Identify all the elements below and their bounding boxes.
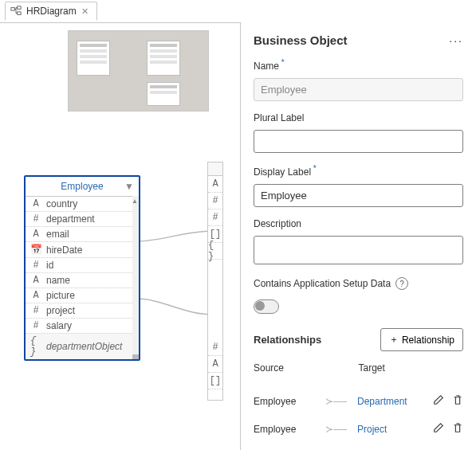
entity-header — [208, 162, 222, 176]
field-name: country — [46, 198, 77, 209]
tab-label: HRDiagram — [26, 6, 77, 17]
field-row[interactable]: A — [208, 356, 222, 373]
diagram-canvas[interactable]: Employee ▼ Acountry#departmentAemail📅hir… — [0, 22, 237, 450]
svg-rect-0 — [11, 8, 14, 11]
type-icon: # — [30, 213, 41, 225]
svg-rect-1 — [18, 6, 21, 10]
type-icon: # — [30, 320, 41, 331]
field-row[interactable]: A — [208, 176, 222, 193]
edit-icon[interactable] — [433, 394, 444, 408]
edit-icon[interactable] — [433, 422, 444, 436]
entity-title: Employee — [61, 181, 103, 192]
field-row[interactable]: [] — [208, 373, 222, 389]
field-name: id — [46, 260, 53, 271]
entity-related[interactable]: A##[]{ }#A[] — [207, 162, 223, 401]
add-relationship-label: Relationship — [402, 335, 454, 346]
name-field[interactable] — [254, 78, 463, 101]
delete-icon[interactable] — [452, 394, 463, 408]
name-label: Name — [254, 58, 463, 72]
relationship-connector — [137, 297, 213, 321]
field-name: department — [46, 213, 95, 225]
relationships-heading: Relationships — [254, 334, 321, 346]
field-row[interactable]: Acountry — [26, 197, 139, 212]
field-name: name — [46, 275, 70, 286]
relationship-columns: Source Target — [254, 362, 463, 374]
relationship-connector-icon: ≻── — [325, 424, 357, 435]
field-name: project — [46, 305, 75, 316]
more-icon[interactable]: ··· — [449, 34, 463, 47]
plus-icon: ＋ — [389, 333, 399, 346]
help-icon[interactable]: ? — [395, 277, 408, 290]
field-name: picture — [46, 290, 75, 301]
type-icon: # — [30, 260, 41, 271]
relationship-connector — [137, 229, 213, 253]
properties-panel: Business Object ··· Name Plural Label Di… — [240, 22, 476, 450]
type-icon: A — [30, 275, 41, 286]
minimap[interactable] — [68, 30, 209, 112]
type-icon: A — [30, 290, 41, 301]
chevron-down-icon[interactable]: ▼ — [124, 181, 134, 192]
svg-rect-2 — [18, 12, 21, 15]
field-name: email — [46, 229, 69, 240]
field-row[interactable]: Aname — [26, 273, 139, 288]
field-row[interactable]: #salary — [26, 319, 139, 334]
relationship-row: Employee≻──Project — [254, 422, 463, 436]
description-label: Description — [254, 218, 463, 229]
tab-hrdiagram[interactable]: HRDiagram ✕ — [5, 2, 97, 21]
field-name: departmentObject — [46, 341, 122, 352]
relationship-target-link[interactable]: Project — [357, 424, 387, 435]
field-row[interactable]: Apicture — [26, 288, 139, 303]
field-name: salary — [46, 320, 72, 331]
relationship-connector-icon: ≻── — [325, 396, 357, 407]
setup-data-label: Contains Application Setup Data — [254, 278, 391, 289]
relationship-row: Employee≻──Department — [254, 394, 463, 408]
plural-label-field[interactable] — [254, 130, 463, 153]
field-row[interactable]: 📅hireDate — [26, 242, 139, 258]
setup-data-toggle[interactable] — [254, 299, 279, 314]
field-row[interactable]: # — [208, 209, 222, 226]
field-row[interactable]: # — [208, 339, 222, 356]
scrollbar[interactable] — [132, 196, 139, 359]
entity-header[interactable]: Employee ▼ — [26, 177, 139, 197]
type-icon: 📅 — [30, 244, 41, 256]
field-row[interactable]: Aemail — [26, 227, 139, 242]
minimap-node — [147, 82, 180, 106]
relationship-source: Employee — [254, 424, 325, 435]
entity-employee[interactable]: Employee ▼ Acountry#departmentAemail📅hir… — [24, 175, 140, 361]
diagram-icon — [10, 6, 22, 17]
close-icon[interactable]: ✕ — [81, 6, 89, 17]
minimap-node — [77, 41, 110, 76]
display-label-label: Display Label — [254, 164, 463, 178]
entity-field-list: Acountry#departmentAemail📅hireDate#idAna… — [26, 197, 139, 359]
display-label-field[interactable] — [254, 184, 463, 207]
field-row[interactable]: # — [208, 193, 222, 209]
type-icon: A — [30, 229, 41, 240]
field-row[interactable]: #project — [26, 303, 139, 319]
field-row[interactable]: #id — [26, 258, 139, 273]
type-icon: A — [30, 198, 41, 209]
type-icon: { } — [30, 335, 41, 358]
relationship-source: Employee — [254, 396, 325, 407]
description-field[interactable] — [254, 236, 463, 264]
panel-title: Business Object — [254, 33, 348, 47]
tab-bar: HRDiagram ✕ — [0, 0, 476, 23]
field-name: hireDate — [46, 245, 82, 256]
field-row[interactable]: { }departmentObject — [26, 334, 139, 359]
scroll-up-icon[interactable]: ▲ — [132, 198, 138, 205]
delete-icon[interactable] — [452, 422, 463, 436]
field-row[interactable]: #department — [26, 212, 139, 227]
col-source: Source — [254, 362, 359, 374]
type-icon: # — [30, 305, 41, 316]
minimap-node — [147, 41, 180, 76]
col-target: Target — [359, 362, 464, 374]
add-relationship-button[interactable]: ＋ Relationship — [380, 328, 463, 351]
plural-label-label: Plural Label — [254, 112, 463, 123]
relationship-target-link[interactable]: Department — [357, 396, 407, 407]
field-row[interactable]: { } — [208, 243, 222, 260]
